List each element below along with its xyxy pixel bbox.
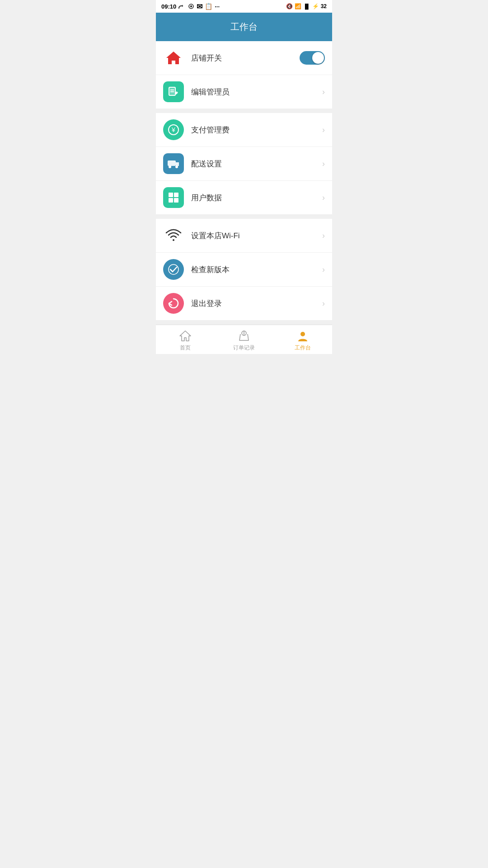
svg-marker-20 [180, 331, 191, 341]
wifi-label: 设置本店Wi-Fi [191, 231, 322, 241]
svg-rect-14 [174, 193, 178, 197]
status-bar: 09:10 ✉ 📋 ··· 🔇 📶 ▐▌ ⚡ 32 [156, 0, 332, 13]
workbench-nav-icon [296, 330, 309, 342]
money-icon: ¥ [163, 119, 184, 140]
user-data-item[interactable]: 用户数据 › [156, 181, 332, 214]
charge-icon: ⚡ [312, 3, 319, 9]
chevron-icon: › [322, 265, 325, 274]
battery-level: 32 [321, 3, 327, 9]
wifi-status-icon: 📶 [295, 3, 301, 9]
svg-point-17 [173, 239, 174, 241]
nav-home[interactable]: 首页 [156, 330, 215, 352]
user-data-label: 用户数据 [191, 193, 322, 203]
svg-point-11 [169, 165, 171, 168]
doc-icon: 📋 [205, 3, 212, 10]
bottom-nav: 首页 订单记录 工作台 [156, 325, 332, 354]
store-switch-label: 店铺开关 [191, 53, 300, 63]
edit-icon [163, 81, 184, 102]
chevron-icon: › [322, 159, 325, 169]
check-version-icon [163, 259, 184, 280]
logout-icon [163, 293, 184, 314]
wifi-icon [163, 225, 184, 246]
nav-workbench-label: 工作台 [295, 344, 311, 352]
data-icon [163, 187, 184, 208]
time: 09:10 [161, 3, 176, 10]
svg-point-23 [300, 332, 305, 336]
nav-orders[interactable]: 订单记录 [215, 330, 273, 352]
svg-rect-13 [169, 193, 173, 197]
check-version-label: 检查新版本 [191, 264, 322, 275]
payment-fee-item[interactable]: ¥ 支付管理费 › [156, 113, 332, 147]
chevron-icon: › [322, 231, 325, 241]
nav-orders-label: 订单记录 [233, 344, 255, 352]
chevron-icon: › [322, 299, 325, 308]
status-right: 🔇 📶 ▐▌ ⚡ 32 [286, 3, 327, 9]
mute-icon: 🔇 [286, 3, 293, 9]
edit-admin-item[interactable]: 编辑管理员 › [156, 75, 332, 108]
svg-marker-3 [166, 52, 181, 64]
edit-admin-label: 编辑管理员 [191, 87, 322, 97]
loop-icon [178, 4, 186, 9]
nav-workbench[interactable]: 工作台 [273, 330, 332, 352]
page-header: 工作台 [156, 13, 332, 41]
message-icon [188, 3, 194, 9]
svg-text:¥: ¥ [171, 126, 175, 133]
home-icon [163, 47, 184, 68]
delivery-icon [163, 153, 184, 174]
svg-rect-16 [174, 198, 178, 203]
delivery-label: 配送设置 [191, 159, 322, 169]
check-version-item[interactable]: 检查新版本 › [156, 253, 332, 287]
signal-icon: ▐▌ [303, 4, 310, 9]
delivery-settings-item[interactable]: 配送设置 › [156, 147, 332, 181]
nav-home-label: 首页 [180, 344, 191, 352]
status-left: 09:10 ✉ 📋 ··· [161, 2, 220, 11]
chevron-icon: › [322, 193, 325, 203]
more-icon: ··· [215, 3, 220, 10]
payment-fee-label: 支付管理费 [191, 125, 322, 135]
orders-nav-icon [238, 330, 250, 342]
section-store: 店铺开关 编辑管理员 › [156, 41, 332, 108]
svg-point-18 [168, 264, 179, 275]
wifi-settings-item[interactable]: 设置本店Wi-Fi › [156, 219, 332, 253]
logout-item[interactable]: 退出登录 › [156, 287, 332, 320]
svg-rect-15 [169, 198, 173, 203]
section-misc: 设置本店Wi-Fi › 检查新版本 › 退出登录 › [156, 219, 332, 320]
chevron-icon: › [322, 87, 325, 97]
toggle-knob [312, 52, 324, 64]
svg-point-2 [190, 5, 192, 8]
svg-point-12 [175, 165, 178, 168]
store-switch-item[interactable]: 店铺开关 [156, 41, 332, 75]
page-title: 工作台 [230, 22, 258, 32]
svg-rect-10 [168, 160, 176, 166]
store-toggle[interactable] [300, 51, 325, 65]
section-settings: ¥ 支付管理费 › 配送设置 › 用户数据 › [156, 113, 332, 214]
notification-dot: ✉ [197, 2, 202, 11]
chevron-icon: › [322, 125, 325, 135]
home-nav-icon [179, 330, 192, 342]
logout-label: 退出登录 [191, 298, 322, 309]
